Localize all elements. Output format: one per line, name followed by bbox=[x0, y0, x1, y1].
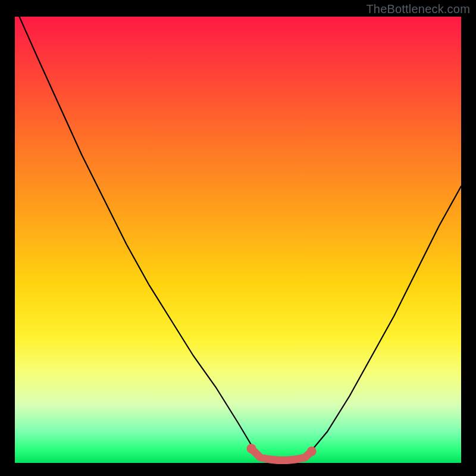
bottleneck-curve-svg bbox=[15, 17, 461, 463]
chart-plot-area bbox=[15, 17, 461, 463]
valley-bead-left-end bbox=[247, 444, 256, 453]
valley-bead-strip bbox=[252, 449, 312, 461]
attribution-text: TheBottleneck.com bbox=[366, 2, 470, 16]
bottleneck-curve bbox=[20, 17, 462, 461]
valley-bead-right-end bbox=[307, 447, 317, 456]
